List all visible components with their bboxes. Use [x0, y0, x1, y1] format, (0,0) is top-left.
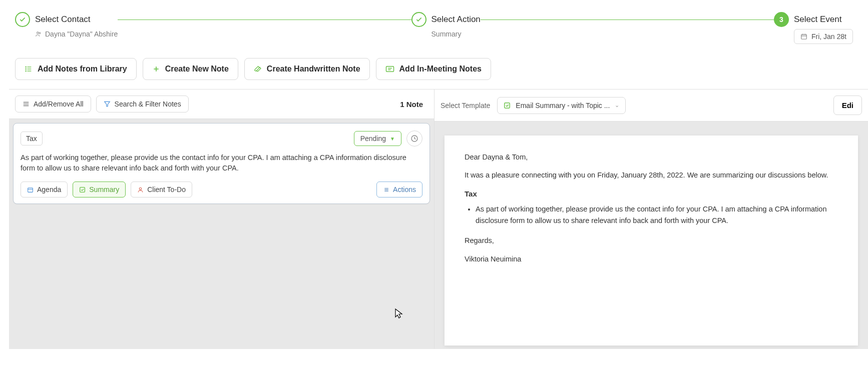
notes-column: Add/Remove All Search & Filter Notes 1 N… — [9, 89, 435, 349]
chevron-down-icon: ⌄ — [615, 102, 619, 108]
calendar-icon — [27, 186, 34, 193]
create-handwritten-note-button[interactable]: Create Handwritten Note — [244, 58, 370, 80]
note-tag[interactable]: Tax — [21, 132, 43, 146]
notes-filter-bar: Add/Remove All Search & Filter Notes 1 N… — [9, 89, 434, 119]
step-title: Select Contact — [35, 14, 91, 24]
summary-chip[interactable]: Summary — [73, 182, 126, 198]
note-header: Tax Pending ▼ — [21, 130, 422, 146]
step-subtitle: Dayna "Dayna" Abshire — [35, 30, 118, 38]
svg-rect-22 — [28, 188, 33, 192]
chip-label: Client To-Do — [147, 186, 186, 194]
cursor-icon — [394, 308, 403, 319]
edit-button[interactable]: Edi — [833, 96, 862, 115]
step-connector — [481, 20, 774, 20]
svg-marker-20 — [104, 102, 110, 106]
button-label: Add In-Meeting Notes — [399, 64, 482, 74]
preview-column: Select Template Email Summary - with Top… — [435, 89, 868, 349]
add-in-meeting-notes-button[interactable]: Add In-Meeting Notes — [376, 58, 491, 80]
svg-rect-14 — [386, 66, 393, 72]
pen-icon — [254, 65, 262, 73]
status-dropdown[interactable]: Pending ▼ — [354, 131, 401, 146]
preview-regards: Regards, — [465, 235, 838, 246]
step-contact[interactable]: Select Contact Dayna "Dayna" Abshire — [15, 12, 118, 38]
plus-icon — [152, 65, 160, 73]
note-footer: Agenda Summary Client To-Do — [21, 182, 422, 198]
step-subtitle: Summary — [431, 30, 481, 38]
svg-point-9 — [26, 66, 26, 67]
menu-icon — [23, 100, 30, 108]
step-connector — [118, 20, 411, 20]
preview-bullet: As part of working together, please prov… — [476, 204, 838, 226]
svg-rect-2 — [801, 34, 807, 39]
step-title: Select Event — [794, 14, 841, 24]
preview-section-heading: Tax — [465, 188, 838, 200]
step-title: Select Action — [431, 14, 481, 24]
svg-rect-29 — [505, 102, 510, 108]
search-filter-button[interactable]: Search & Filter Notes — [96, 96, 189, 112]
check-icon — [411, 12, 426, 27]
chip-label: Actions — [393, 186, 416, 194]
calendar-icon — [800, 33, 807, 40]
select-template-label: Select Template — [441, 102, 490, 110]
svg-point-1 — [39, 32, 41, 34]
preview-greeting: Dear Dayna & Tom, — [465, 152, 838, 162]
agenda-chip[interactable]: Agenda — [21, 182, 68, 198]
people-icon — [35, 30, 42, 38]
preview-wrap: Dear Dayna & Tom, It was a pleasure conn… — [435, 122, 868, 346]
svg-point-25 — [140, 188, 142, 190]
preview-bullets: As part of working together, please prov… — [476, 204, 838, 226]
step-action[interactable]: Select Action Summary — [411, 12, 481, 38]
check-square-icon — [504, 102, 511, 109]
preview-intro: It was a pleasure connecting with you on… — [465, 170, 838, 180]
clock-icon — [410, 134, 418, 142]
note-count: 1 Note — [400, 100, 428, 108]
svg-point-10 — [26, 68, 26, 69]
person-icon — [137, 186, 144, 193]
button-label: Add/Remove All — [34, 100, 84, 108]
meeting-icon — [385, 66, 394, 72]
step-event[interactable]: 3 Select Event Fri, Jan 28t — [774, 12, 853, 44]
template-dropdown[interactable]: Email Summary - with Topic ... ⌄ — [497, 97, 626, 114]
check-square-icon — [79, 186, 86, 193]
add-notes-library-button[interactable]: Add Notes from Library — [15, 58, 137, 80]
event-date-chip[interactable]: Fri, Jan 28t — [794, 29, 853, 44]
svg-point-11 — [26, 70, 26, 71]
list-icon — [25, 65, 33, 73]
filter-icon — [104, 100, 111, 108]
template-value: Email Summary - with Topic ... — [516, 102, 610, 110]
note-card[interactable]: Tax Pending ▼ As part of working togethe… — [13, 123, 430, 204]
button-label: Create New Note — [165, 64, 229, 74]
email-preview: Dear Dayna & Tom, It was a pleasure conn… — [445, 136, 858, 346]
stepper: Select Contact Dayna "Dayna" Abshire Sel… — [0, 0, 868, 53]
note-actions-button[interactable]: Actions — [376, 182, 422, 198]
history-button[interactable] — [406, 130, 422, 146]
button-label: Create Handwritten Note — [267, 64, 360, 74]
check-icon — [15, 12, 30, 27]
svg-point-0 — [37, 32, 39, 34]
button-label: Search & Filter Notes — [115, 100, 181, 108]
create-new-note-button[interactable]: Create New Note — [143, 58, 238, 80]
note-body: As part of working together, please prov… — [21, 152, 422, 174]
svg-rect-24 — [80, 187, 85, 192]
chevron-down-icon: ▼ — [390, 136, 395, 142]
main-panel: Add/Remove All Search & Filter Notes 1 N… — [0, 89, 868, 349]
add-remove-all-button[interactable]: Add/Remove All — [15, 96, 91, 112]
preview-signature: Viktoria Neuimina — [465, 254, 838, 264]
action-buttons-row: Add Notes from Library Create New Note C… — [0, 53, 868, 89]
notes-list: Tax Pending ▼ As part of working togethe… — [9, 119, 434, 349]
chip-label: Summary — [89, 186, 119, 194]
template-bar: Select Template Email Summary - with Top… — [435, 89, 868, 122]
list-icon — [383, 186, 389, 193]
status-label: Pending — [360, 134, 386, 142]
chip-label: Agenda — [37, 186, 61, 194]
client-todo-chip[interactable]: Client To-Do — [131, 182, 192, 198]
step-number-badge: 3 — [774, 12, 789, 27]
button-label: Add Notes from Library — [38, 64, 127, 74]
